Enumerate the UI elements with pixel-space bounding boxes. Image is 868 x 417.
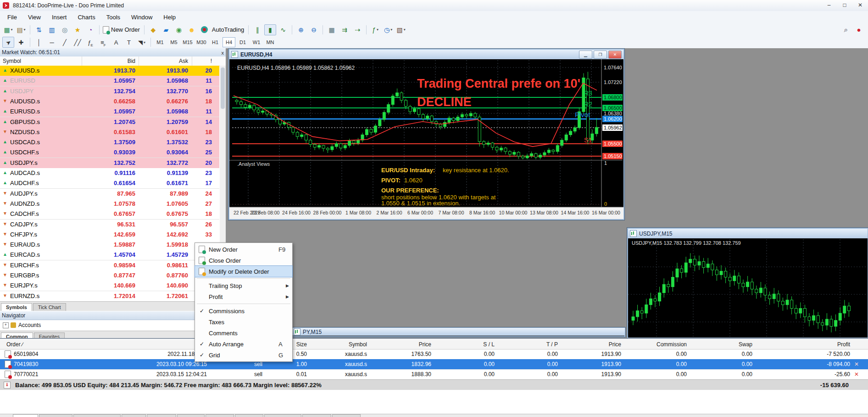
- timeframe-m30[interactable]: M30: [195, 37, 208, 47]
- menu-item-commissions[interactable]: ✓Commissions: [195, 305, 292, 316]
- tab-symbols[interactable]: Symbols: [1, 303, 32, 311]
- crosshair-tool-icon[interactable]: ✚: [15, 37, 27, 48]
- menu-help[interactable]: Help: [158, 12, 181, 23]
- market-watch-row[interactable]: ▼EURJPY.s140.669140.690: [0, 281, 219, 291]
- chart-window-usdjpy[interactable]: USDJPY,M15 USDJPY,M15 132.783 132.799 13…: [627, 227, 868, 339]
- market-watch-row[interactable]: ▼EURGBP.s0.877470.87760: [0, 270, 219, 281]
- bar-chart-mode-icon[interactable]: ∥: [251, 24, 263, 35]
- navigator-icon[interactable]: ◎: [59, 24, 71, 35]
- trendline-tool-icon[interactable]: ╱: [59, 37, 71, 48]
- menu-charts[interactable]: Charts: [72, 12, 100, 23]
- profiles-icon[interactable]: ▤▾: [15, 24, 27, 35]
- market-watch-row[interactable]: ▼AUDUSD.s0.662580.6627618: [0, 96, 219, 107]
- market-watch-row[interactable]: ▲USDCHF.s0.930390.9306425: [0, 147, 219, 158]
- market-watch-row[interactable]: ▲XAUUSD.s1913.701913.9020: [0, 66, 219, 76]
- menu-item-grid[interactable]: ✓GridG: [195, 349, 292, 361]
- cursor-tool-icon[interactable]: ➤: [2, 37, 14, 48]
- periods-icon[interactable]: ◷▾: [382, 24, 394, 35]
- market-watch-row[interactable]: ▲USDJPY.s132.752132.77220: [0, 158, 219, 169]
- market-watch-row[interactable]: ▲USDCAD.s1.375091.3753223: [0, 137, 219, 148]
- line-chart-mode-icon[interactable]: ∿: [277, 24, 289, 35]
- column-header-commission[interactable]: Commission: [636, 341, 687, 348]
- text-label-tool-icon[interactable]: T: [123, 37, 135, 48]
- terminal-tab-trade[interactable]: Trade: [13, 414, 38, 417]
- timeframe-h1[interactable]: H1: [209, 37, 222, 47]
- menu-item-comments[interactable]: Comments: [195, 327, 292, 338]
- close-order-icon[interactable]: ✕: [854, 371, 859, 378]
- horizontal-line-tool-icon[interactable]: ─: [46, 37, 58, 48]
- terminal-tab-account-history[interactable]: Account History: [73, 414, 121, 417]
- maximize-icon[interactable]: □: [837, 0, 852, 11]
- restore-icon[interactable]: ❐: [594, 51, 607, 59]
- timeframe-mn[interactable]: MN: [264, 37, 277, 47]
- equidistant-channel-tool-icon[interactable]: ╱╱: [72, 37, 83, 48]
- close-icon[interactable]: ✕: [852, 0, 868, 11]
- tile-windows-icon[interactable]: ▦: [326, 24, 338, 35]
- deposit-gold-icon[interactable]: ◆: [147, 24, 159, 35]
- market-watch-row[interactable]: ▲EURUSD.s1.059571.0596811: [0, 107, 219, 117]
- tab-tick-chart[interactable]: Tick Chart: [33, 303, 66, 311]
- terminal-tab-articles[interactable]: Articles: [235, 414, 263, 417]
- terminal-tab-journal[interactable]: Journal: [332, 414, 361, 417]
- fibonacci-tool-icon[interactable]: ƒE: [84, 37, 96, 48]
- zoom-out-icon[interactable]: ⊖: [308, 24, 320, 35]
- eurusd-chart-canvas[interactable]: R3R2PivotS1Trading Central prefe on 10'D…: [229, 59, 623, 219]
- market-watch-row[interactable]: ▼EURCHF.s0.985940.98611: [0, 260, 219, 271]
- menu-item-trailing-stop[interactable]: Trailing Stop▶: [195, 280, 292, 291]
- terminal-tab-exposure[interactable]: Exposure: [39, 414, 72, 417]
- usdjpy-window-titlebar[interactable]: USDJPY,M15: [628, 229, 868, 238]
- navigator-accounts-item[interactable]: + Accounts: [0, 321, 226, 330]
- market-watch-row[interactable]: ▼CHFJPY.s142.659142.69233: [0, 230, 219, 240]
- timeframe-h4[interactable]: H4: [223, 37, 235, 47]
- menu-item-close-order[interactable]: Close Order: [195, 255, 292, 266]
- market-watch-row[interactable]: ▼AUDJPY.s87.96587.98924: [0, 189, 219, 199]
- column-header-swap[interactable]: Swap: [702, 341, 752, 348]
- market-watch-close-icon[interactable]: x: [222, 49, 224, 57]
- terminal-tab-mailbox[interactable]: Mailbox: [147, 414, 176, 417]
- new-chart-icon[interactable]: ▦▾: [2, 24, 14, 35]
- autotrading-label[interactable]: AutoTrading: [212, 26, 244, 33]
- market-watch-icon[interactable]: ⇅: [33, 24, 45, 35]
- column-header-tp[interactable]: T / P: [507, 341, 558, 348]
- timeframe-w1[interactable]: W1: [250, 37, 263, 47]
- auto-scroll-icon[interactable]: ⇉: [339, 24, 351, 35]
- indicators-icon[interactable]: ƒ▾: [369, 24, 381, 35]
- community-icon[interactable]: ☻: [186, 24, 198, 35]
- menu-insert[interactable]: Insert: [46, 12, 72, 23]
- market-watch-row[interactable]: ▼AUDNZD.s1.075781.0760527: [0, 199, 219, 209]
- zoom-in-icon[interactable]: ⊕: [295, 24, 307, 35]
- column-header-price[interactable]: Price: [381, 341, 431, 348]
- templates-icon[interactable]: ▧▾: [395, 24, 407, 35]
- close-icon[interactable]: ✕: [608, 51, 622, 59]
- menu-window[interactable]: Window: [126, 12, 158, 23]
- menu-item-profit[interactable]: Profit▶: [195, 291, 292, 302]
- market-watch-row[interactable]: ▲GBPUSD.s1.207451.2075914: [0, 117, 219, 128]
- autotrading-icon[interactable]: [199, 24, 211, 35]
- chart-window-eurusd[interactable]: EURUSD,H4 ▁ ❐ ✕ R3R2PivotS1Trading Centr…: [228, 48, 625, 220]
- column-header-sl[interactable]: S / L: [444, 341, 495, 348]
- signals-icon[interactable]: ◉: [173, 24, 185, 35]
- chart-window-minimized[interactable]: PY,M15: [257, 327, 626, 338]
- market-watch-row[interactable]: ▼CADJPY.s96.53196.55726: [0, 220, 219, 230]
- order-row[interactable]: 650198042022.11.18 10:30.50xauusd.s1763.…: [0, 349, 868, 360]
- market-watch-row[interactable]: ▲USDJPY132.754132.77016: [0, 86, 219, 97]
- new-order-button[interactable]: [102, 24, 110, 35]
- data-window-icon[interactable]: ▥: [46, 24, 58, 35]
- column-header-symbol[interactable]: Symbol: [317, 341, 367, 348]
- web-terminal-icon[interactable]: ▰: [160, 24, 172, 35]
- terminal-tab-experts[interactable]: Experts: [302, 414, 331, 417]
- menu-item-taxes[interactable]: Taxes: [195, 316, 292, 327]
- market-watch-row[interactable]: ▲AUDCAD.s0.911160.9113923: [0, 168, 219, 179]
- tree-expand-icon[interactable]: +: [3, 322, 9, 328]
- market-watch-row[interactable]: ▼EURNZD.s1.720141.72061: [0, 291, 219, 302]
- eurusd-window-titlebar[interactable]: EURUSD,H4 ▁ ❐ ✕: [229, 50, 623, 59]
- chart-shift-icon[interactable]: ⇢: [351, 24, 363, 35]
- timeframe-m1[interactable]: M1: [154, 37, 167, 47]
- terminal-tab-signals[interactable]: Signals: [206, 414, 234, 417]
- search-icon[interactable]: ⌕: [840, 24, 852, 35]
- market-watch-row[interactable]: ▼EURAUD.s1.598871.5991831: [0, 240, 219, 250]
- new-order-label[interactable]: New Order: [111, 26, 140, 33]
- market-watch-row[interactable]: ▼NZDUSD.s0.615830.6160118: [0, 127, 219, 138]
- menu-item-modify-or-delete-order[interactable]: Modify or Delete Order: [195, 266, 292, 277]
- menu-view[interactable]: View: [22, 12, 46, 23]
